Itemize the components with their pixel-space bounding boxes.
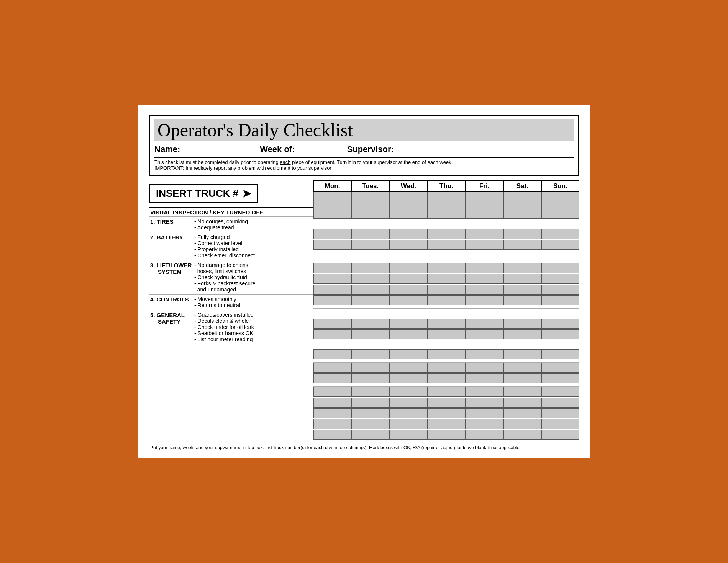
lift-row1-sat[interactable] xyxy=(503,319,541,329)
lift-row3-thu[interactable] xyxy=(427,349,465,359)
truck-cell-sun[interactable] xyxy=(541,192,579,219)
lift-row2-mon[interactable] xyxy=(313,329,351,339)
general-row5-mon[interactable] xyxy=(313,430,351,440)
general-row2-tue[interactable] xyxy=(351,398,389,408)
lift-row3-sat[interactable] xyxy=(503,349,541,359)
battery-row3-sun[interactable] xyxy=(541,285,579,295)
controls-row2-thu[interactable] xyxy=(427,373,465,383)
lift-row2-tue[interactable] xyxy=(351,329,389,339)
controls-row1-fri[interactable] xyxy=(466,363,503,373)
lift-row2-wed[interactable] xyxy=(389,329,427,339)
lift-row1-wed[interactable] xyxy=(389,319,427,329)
controls-row2-mon[interactable] xyxy=(313,373,351,383)
general-row2-mon[interactable] xyxy=(313,398,351,408)
general-row4-wed[interactable] xyxy=(389,419,427,429)
battery-row1-thu[interactable] xyxy=(427,263,465,273)
tires-row2-sun[interactable] xyxy=(541,240,579,250)
battery-row2-tue[interactable] xyxy=(351,274,389,284)
general-row2-thu[interactable] xyxy=(427,398,465,408)
battery-row4-mon[interactable] xyxy=(313,295,351,305)
tires-row2-tue[interactable] xyxy=(351,240,389,250)
general-row1-fri[interactable] xyxy=(466,387,503,397)
general-row2-wed[interactable] xyxy=(389,398,427,408)
general-row5-wed[interactable] xyxy=(389,430,427,440)
tires-row2-mon[interactable] xyxy=(313,240,351,250)
controls-row1-wed[interactable] xyxy=(389,363,427,373)
battery-row1-tue[interactable] xyxy=(351,263,389,273)
tires-row2-fri[interactable] xyxy=(466,240,503,250)
truck-cell-tue[interactable] xyxy=(351,192,389,219)
general-row4-mon[interactable] xyxy=(313,419,351,429)
battery-row2-sun[interactable] xyxy=(541,274,579,284)
battery-row2-fri[interactable] xyxy=(466,274,503,284)
lift-row3-tue[interactable] xyxy=(351,349,389,359)
tires-row2-wed[interactable] xyxy=(389,240,427,250)
general-row3-sun[interactable] xyxy=(541,408,579,418)
general-row4-sun[interactable] xyxy=(541,419,579,429)
battery-row1-sun[interactable] xyxy=(541,263,579,273)
general-row5-tue[interactable] xyxy=(351,430,389,440)
general-row4-fri[interactable] xyxy=(466,419,503,429)
battery-row3-tue[interactable] xyxy=(351,285,389,295)
battery-row4-fri[interactable] xyxy=(466,295,503,305)
general-row5-fri[interactable] xyxy=(466,430,503,440)
general-row2-sun[interactable] xyxy=(541,398,579,408)
battery-row4-thu[interactable] xyxy=(427,295,465,305)
lift-row1-tue[interactable] xyxy=(351,319,389,329)
battery-row1-mon[interactable] xyxy=(313,263,351,273)
lift-row3-fri[interactable] xyxy=(466,349,503,359)
controls-row2-wed[interactable] xyxy=(389,373,427,383)
general-row1-sun[interactable] xyxy=(541,387,579,397)
lift-row2-sun[interactable] xyxy=(541,329,579,339)
battery-row4-sun[interactable] xyxy=(541,295,579,305)
battery-row3-thu[interactable] xyxy=(427,285,465,295)
lift-row2-sat[interactable] xyxy=(503,329,541,339)
tires-row2-thu[interactable] xyxy=(427,240,465,250)
general-row5-sat[interactable] xyxy=(503,430,541,440)
tires-row1-sat[interactable] xyxy=(503,229,541,239)
general-row1-mon[interactable] xyxy=(313,387,351,397)
truck-cell-fri[interactable] xyxy=(466,192,503,219)
general-row1-sat[interactable] xyxy=(503,387,541,397)
truck-cell-sat[interactable] xyxy=(503,192,541,219)
general-row3-mon[interactable] xyxy=(313,408,351,418)
general-row3-fri[interactable] xyxy=(466,408,503,418)
lift-row3-mon[interactable] xyxy=(313,349,351,359)
controls-row1-tue[interactable] xyxy=(351,363,389,373)
battery-row3-fri[interactable] xyxy=(466,285,503,295)
lift-row1-mon[interactable] xyxy=(313,319,351,329)
general-row4-sat[interactable] xyxy=(503,419,541,429)
week-input[interactable] xyxy=(298,144,344,154)
battery-row2-wed[interactable] xyxy=(389,274,427,284)
general-row1-thu[interactable] xyxy=(427,387,465,397)
controls-row2-sat[interactable] xyxy=(503,373,541,383)
truck-cell-thu[interactable] xyxy=(427,192,465,219)
battery-row3-sat[interactable] xyxy=(503,285,541,295)
battery-row1-fri[interactable] xyxy=(466,263,503,273)
truck-cell-wed[interactable] xyxy=(389,192,427,219)
general-row4-thu[interactable] xyxy=(427,419,465,429)
tires-row2-sat[interactable] xyxy=(503,240,541,250)
truck-cell-mon[interactable] xyxy=(313,192,351,219)
battery-row4-sat[interactable] xyxy=(503,295,541,305)
tires-row1-tue[interactable] xyxy=(351,229,389,239)
controls-row2-fri[interactable] xyxy=(466,373,503,383)
lift-row1-fri[interactable] xyxy=(466,319,503,329)
lift-row3-sun[interactable] xyxy=(541,349,579,359)
battery-row2-mon[interactable] xyxy=(313,274,351,284)
battery-row3-wed[interactable] xyxy=(389,285,427,295)
lift-row1-sun[interactable] xyxy=(541,319,579,329)
tires-row1-thu[interactable] xyxy=(427,229,465,239)
battery-row4-tue[interactable] xyxy=(351,295,389,305)
general-row3-tue[interactable] xyxy=(351,408,389,418)
lift-row3-wed[interactable] xyxy=(389,349,427,359)
tires-row1-fri[interactable] xyxy=(466,229,503,239)
controls-row2-tue[interactable] xyxy=(351,373,389,383)
battery-row3-mon[interactable] xyxy=(313,285,351,295)
lift-row2-thu[interactable] xyxy=(427,329,465,339)
controls-row1-sat[interactable] xyxy=(503,363,541,373)
general-row2-sat[interactable] xyxy=(503,398,541,408)
general-row4-tue[interactable] xyxy=(351,419,389,429)
name-input[interactable] xyxy=(180,144,257,154)
lift-row1-thu[interactable] xyxy=(427,319,465,329)
